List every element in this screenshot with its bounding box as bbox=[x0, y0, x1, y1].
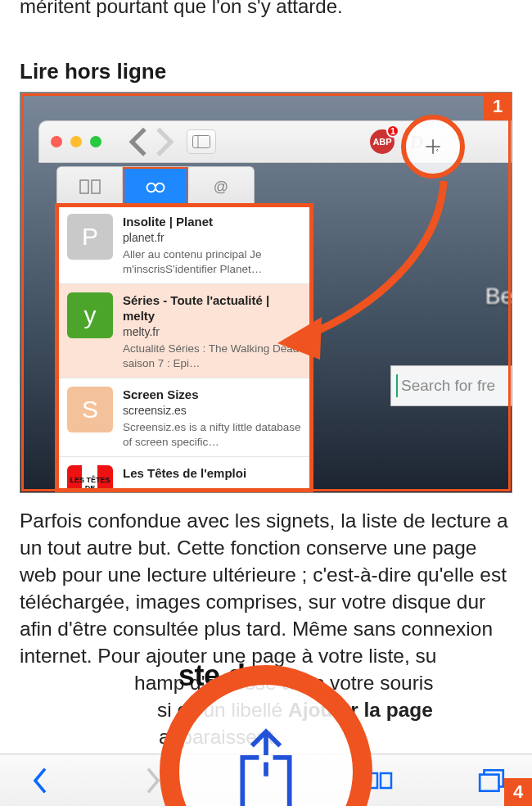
reading-list-tab[interactable] bbox=[123, 167, 188, 206]
share-icon[interactable] bbox=[231, 727, 301, 806]
minimize-window-button[interactable] bbox=[70, 136, 82, 147]
adblock-icon[interactable]: ABP 1 bbox=[370, 129, 394, 154]
reading-list-item[interactable]: SScreen Sizesscreensiz.esScreensiz.es is… bbox=[57, 378, 311, 457]
plus-icon[interactable] bbox=[422, 136, 444, 157]
safari-toolbar: ABP 1 D bbox=[38, 120, 512, 163]
svg-text:@: @ bbox=[214, 179, 228, 195]
svg-rect-0 bbox=[193, 136, 210, 148]
adblock-badge: 1 bbox=[386, 125, 399, 138]
reading-list-thumbnail: P bbox=[67, 214, 113, 260]
zoom-window-button[interactable] bbox=[90, 136, 101, 147]
add-to-reading-list-highlight bbox=[401, 115, 465, 179]
svg-point-4 bbox=[147, 183, 156, 192]
svg-rect-12 bbox=[480, 774, 498, 790]
forward-button[interactable] bbox=[154, 131, 175, 152]
figure-1: ABP 1 D bbox=[20, 92, 512, 493]
reading-list-item[interactable]: LES TÊTES DE L'EMPLOILes Têtes de l'empl… bbox=[57, 457, 311, 493]
reading-list-item[interactable]: ySéries - Toute l'actualité | meltymelty… bbox=[57, 284, 311, 378]
sidebar-toggle-button[interactable] bbox=[187, 129, 216, 154]
window-controls bbox=[51, 136, 101, 147]
reading-list-item-title: Les Têtes de l'emploi bbox=[123, 465, 301, 481]
bookmarks-tab[interactable] bbox=[57, 167, 123, 206]
figure-badge-1: 1 bbox=[484, 93, 512, 120]
reading-list-item-excerpt: Aller au contenu principal Je m'inscrisS… bbox=[123, 247, 301, 277]
figure-badge-4: 4 bbox=[504, 778, 532, 806]
page-background-blurred: Be Search for fre bbox=[312, 206, 512, 484]
reading-list-item-domain: screensiz.es bbox=[123, 404, 301, 417]
shared-links-tab[interactable]: @ bbox=[188, 167, 254, 206]
close-window-button[interactable] bbox=[51, 136, 62, 147]
reading-list-thumbnail: LES TÊTES DE L'EMPLOI bbox=[67, 465, 113, 493]
svg-rect-10 bbox=[259, 755, 273, 763]
search-placeholder-text: Search for fre bbox=[401, 377, 495, 395]
reading-list-item-domain: planet.fr bbox=[123, 231, 301, 244]
reading-list-item-title: Séries - Toute l'actualité | melty bbox=[123, 292, 301, 324]
reading-list-panel: PInsolite | Planetplanet.frAller au cont… bbox=[56, 206, 312, 491]
reading-list-item-domain: melty.fr bbox=[123, 325, 301, 338]
adblock-label: ABP bbox=[372, 137, 391, 147]
reading-list-item[interactable]: PInsolite | Planetplanet.frAller au cont… bbox=[57, 206, 311, 284]
reading-list-thumbnail: y bbox=[67, 292, 113, 338]
reading-list-item-excerpt: Actualité Séries : The Walking Dead sais… bbox=[123, 342, 301, 371]
back-button[interactable] bbox=[128, 131, 149, 152]
truncated-previous-paragraph: méritent pourtant que l'on s'y attarde. bbox=[20, 0, 512, 20]
svg-point-5 bbox=[156, 183, 165, 192]
back-button[interactable] bbox=[21, 764, 59, 797]
safari-window: ABP 1 D bbox=[38, 120, 512, 484]
reading-list-thumbnail: S bbox=[67, 387, 113, 432]
sidebar-tabs: @ bbox=[56, 166, 255, 206]
reading-list-item-title: Screen Sizes bbox=[123, 387, 301, 402]
background-partial-word: Be bbox=[485, 283, 512, 310]
reading-list-item-title: Insolite | Planet bbox=[123, 214, 301, 229]
section-heading: Lire hors ligne bbox=[20, 59, 166, 84]
background-search-input[interactable]: Search for fre bbox=[390, 365, 512, 406]
reading-list-item-excerpt: Screensiz.es is a nifty little database … bbox=[123, 420, 301, 450]
